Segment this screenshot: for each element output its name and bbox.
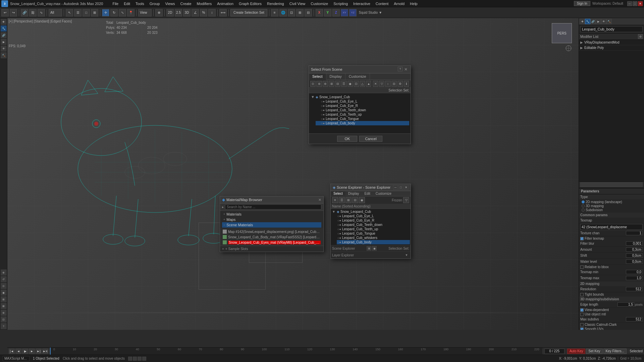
modal-sort-btn[interactable]: ↕	[385, 81, 390, 87]
modal-tool-10[interactable]: ▲	[366, 81, 371, 87]
display-tab[interactable]: Display	[326, 73, 345, 80]
modal-tool-5[interactable]: ⊟	[335, 81, 340, 87]
viewport[interactable]: [+] [Perspective] [Standard] [Edged Face…	[7, 18, 579, 330]
sidebar-bottom8-icon[interactable]: ⊡	[1, 316, 7, 322]
texmap-min-value[interactable]: 0,0	[626, 270, 643, 274]
snap-3d-button[interactable]: 3D	[183, 9, 191, 16]
sidebar-bottom5-icon[interactable]: ⊞	[1, 296, 7, 302]
current-frame-input[interactable]	[544, 349, 565, 354]
relative-bbox-checkbox[interactable]	[580, 265, 584, 269]
sidebar-utilities-icon[interactable]: 🔨	[1, 52, 7, 58]
mirror-button[interactable]: ⟺	[219, 9, 227, 16]
modal-cols-btn[interactable]: ⊟	[391, 81, 397, 87]
use-obj-mtl-checkbox[interactable]	[580, 313, 584, 316]
next-key-button[interactable]: ►K	[42, 349, 48, 354]
status-icon-1[interactable]	[128, 357, 132, 361]
restore-button[interactable]: □	[633, 1, 637, 6]
select-object-button[interactable]: ↖	[66, 9, 73, 16]
percent-snap-button[interactable]: %	[200, 9, 207, 16]
menu-civil-view[interactable]: Civil View	[287, 1, 308, 6]
tree-child-2[interactable]: ○● Leopard_Cub_Teeth_down	[316, 108, 409, 112]
radio-subdivision[interactable]: Subdivision	[582, 208, 641, 212]
modifier-editable-poly[interactable]: ▶ Editable Poly	[579, 45, 644, 51]
next-frame-button[interactable]: ►	[29, 349, 35, 354]
angle-snap-button[interactable]: ∠	[192, 9, 199, 16]
menu-modifiers[interactable]: Modifiers	[194, 1, 215, 6]
menu-animation[interactable]: Animation	[214, 1, 236, 6]
menu-tools[interactable]: Tools	[133, 1, 147, 6]
sidebar-display-icon[interactable]: 👁	[1, 46, 7, 52]
rpanel-motion-tab[interactable]: ▶	[596, 19, 601, 24]
modifier-config-button[interactable]: ⚙	[638, 34, 643, 39]
z-axis-button[interactable]: Z	[332, 9, 340, 16]
menu-customize[interactable]: Customize	[308, 1, 331, 6]
modal-gear-btn[interactable]: ⚙	[397, 81, 403, 87]
customize-tab[interactable]: Customize	[345, 73, 370, 80]
texmap-max-value[interactable]: 1,0	[626, 276, 643, 280]
sign-in-button[interactable]: Sign In	[574, 1, 590, 6]
y-axis-button[interactable]: Y	[324, 9, 331, 16]
tree-child-3[interactable]: ○● Leopard_Cub_Teeth_up	[316, 112, 409, 117]
coord-system-label[interactable]: View	[138, 9, 152, 16]
set-key-button[interactable]: Set Key	[586, 349, 602, 354]
texture-chan-value[interactable]: 1	[626, 231, 643, 235]
tree-child-4[interactable]: ○● Leopard_Cub_Tongue	[316, 117, 409, 121]
sidebar-bottom7-icon[interactable]: ⊛	[1, 310, 7, 316]
view-dependent-checkbox[interactable]: ✓	[580, 308, 584, 312]
resolution-value[interactable]: 512	[626, 287, 643, 291]
menu-group[interactable]: Group	[147, 1, 163, 6]
prev-frame-button[interactable]: ◄	[15, 349, 21, 354]
relative-bbox-row[interactable]: Relative to bbox	[579, 265, 644, 269]
modal-help-button[interactable]: ?	[398, 67, 402, 71]
sidebar-help-icon[interactable]: ?	[1, 323, 7, 329]
filter-blur-value[interactable]: 0,001	[626, 241, 643, 246]
radio-3d-mapping[interactable]: 3D mapping	[582, 204, 641, 208]
modal-tool-4[interactable]: ⊞	[329, 81, 334, 87]
filter-texmap-checkbox[interactable]: ✓	[580, 237, 584, 240]
sidebar-bottom1-icon[interactable]: ⊕	[1, 269, 7, 276]
select-from-scene-header[interactable]: Select From Scene ? ✕	[309, 66, 411, 73]
edge-length-value[interactable]: 1,5	[618, 302, 634, 307]
menu-graph-editors[interactable]: Graph Editors	[236, 1, 264, 6]
place-button[interactable]: 📍	[127, 9, 135, 16]
amount-value[interactable]: 0,3cm	[626, 247, 643, 252]
smooth-uvs-row[interactable]: ✓ Smooth UVs	[579, 327, 644, 330]
rect-select-button[interactable]: □	[83, 9, 90, 16]
select-tab[interactable]: Select	[309, 73, 326, 80]
status-icon-3[interactable]	[138, 357, 142, 361]
tree-root-item[interactable]: ▼ ◈ Snow_Leopard_Cub	[310, 95, 409, 99]
sidebar-motion-icon[interactable]: ▶	[1, 39, 7, 45]
scene-explorer-button[interactable]: 🌐	[279, 9, 287, 16]
rpanel-hierarchy-tab[interactable]: 🔗	[590, 19, 596, 24]
classic-catmull-row[interactable]: Classic Catmull-Clark	[579, 322, 644, 327]
select-from-scene-close-button[interactable]: ✕	[403, 67, 409, 72]
texmap-value-row[interactable]: 42 (SnowLeopard_displaceme	[580, 224, 643, 230]
rpanel-modify-tab[interactable]: 🔧	[585, 19, 590, 24]
rpanel-create-tab[interactable]: ✚	[580, 19, 585, 24]
menu-scripting[interactable]: Scripting	[331, 1, 351, 6]
goto-start-button[interactable]: |◄	[9, 349, 15, 354]
timeline-track[interactable]: 0102030405060708090100110120130140150160…	[50, 348, 543, 355]
sidebar-modify-icon[interactable]: 🔧	[1, 25, 7, 32]
rpanel-util-tab[interactable]: 🔨	[606, 19, 612, 24]
snap-2d-button[interactable]: 2D	[166, 9, 174, 16]
modal-info-btn[interactable]: ℹ	[404, 81, 409, 87]
unlink-button[interactable]: ⛓	[29, 9, 37, 16]
ok-button[interactable]: OK	[337, 136, 357, 142]
modifier-vray-displacement[interactable]: ▶ VRayDisplacementMod	[579, 40, 644, 45]
modal-tool-8[interactable]: ⊡	[354, 81, 359, 87]
window-crossing-button[interactable]: ⊞	[91, 9, 98, 16]
modal-tool-2[interactable]: ⊚	[316, 81, 322, 87]
undo-button[interactable]: ↩	[1, 9, 9, 16]
view-dependent-row[interactable]: ✓ View-dependent	[579, 308, 644, 312]
nav-sphere[interactable]	[565, 45, 572, 52]
misc2-button[interactable]: ⊞	[296, 9, 304, 16]
menu-views[interactable]: Views	[162, 1, 177, 6]
smooth-uvs-checkbox[interactable]: ✓	[580, 327, 584, 330]
x-axis-button[interactable]: X	[316, 9, 323, 16]
goto-end-button[interactable]: ►|	[36, 349, 42, 354]
radio-2d-mapping[interactable]: 2D mapping (landscape)	[582, 200, 641, 204]
tree-child-1[interactable]: ○● Leopard_Cub_Eye_R	[316, 104, 409, 108]
sidebar-bottom4-icon[interactable]: ◉	[1, 290, 7, 296]
menu-content[interactable]: Content	[373, 1, 391, 6]
